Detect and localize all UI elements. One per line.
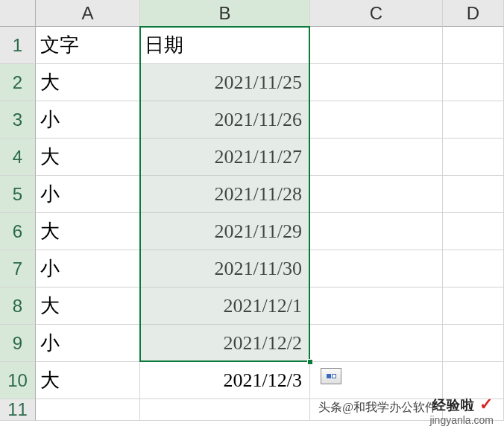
row-header-11[interactable]: 11	[0, 399, 36, 421]
cell-B9[interactable]: 2021/12/2	[140, 325, 310, 362]
watermark-back: 头条@和我学办公软件	[318, 400, 437, 416]
cell-D6[interactable]	[443, 213, 504, 250]
cell-C7[interactable]	[310, 250, 443, 288]
cell-B4[interactable]: 2021/11/27	[140, 139, 310, 176]
cell-C8[interactable]	[310, 288, 443, 325]
row-header-8[interactable]: 8	[0, 288, 36, 325]
row-header-7[interactable]: 7	[0, 250, 36, 288]
cell-D4[interactable]	[443, 139, 504, 176]
cell-D9[interactable]	[443, 325, 504, 362]
cell-A5[interactable]: 小	[36, 176, 140, 213]
row-header-4[interactable]: 4	[0, 139, 36, 176]
cell-C5[interactable]	[310, 176, 443, 213]
corner-select-all[interactable]	[0, 0, 36, 27]
cell-D3[interactable]	[443, 101, 504, 139]
row-header-6[interactable]: 6	[0, 213, 36, 250]
cell-C3[interactable]	[310, 101, 443, 139]
row-header-2[interactable]: 2	[0, 64, 36, 101]
check-icon: ✓	[479, 395, 494, 413]
cell-D7[interactable]	[443, 250, 504, 288]
row-header-3[interactable]: 3	[0, 101, 36, 139]
spreadsheet-grid: A B C D 1 文字 日期 2 大 2021/11/25 3 小 2021/…	[0, 0, 504, 421]
cell-A7[interactable]: 小	[36, 250, 140, 288]
autofill-icon	[327, 374, 336, 378]
row-header-9[interactable]: 9	[0, 325, 36, 362]
cell-D8[interactable]	[443, 288, 504, 325]
cell-D1[interactable]	[443, 27, 504, 64]
cell-B6[interactable]: 2021/11/29	[140, 213, 310, 250]
cell-A2[interactable]: 大	[36, 64, 140, 101]
watermark-title: 经验啦	[432, 398, 475, 413]
cell-B8[interactable]: 2021/12/1	[140, 288, 310, 325]
col-header-C[interactable]: C	[310, 0, 443, 27]
autofill-options-button[interactable]	[321, 368, 341, 384]
cell-B1[interactable]: 日期	[140, 27, 310, 64]
watermark-sub: jingyanla.com	[429, 414, 494, 426]
cell-B7[interactable]: 2021/11/30	[140, 250, 310, 288]
cell-A9[interactable]: 小	[36, 325, 140, 362]
cell-A6[interactable]: 大	[36, 213, 140, 250]
cell-A4[interactable]: 大	[36, 139, 140, 176]
cell-C2[interactable]	[310, 64, 443, 101]
cell-A11[interactable]	[36, 399, 140, 421]
col-header-A[interactable]: A	[36, 0, 140, 27]
cell-A8[interactable]: 大	[36, 288, 140, 325]
fill-handle[interactable]	[307, 359, 313, 365]
col-header-D[interactable]: D	[443, 0, 504, 27]
cell-C6[interactable]	[310, 213, 443, 250]
watermark: 经验啦 ✓ jingyanla.com	[429, 395, 494, 426]
cell-B10[interactable]: 2021/12/3	[140, 362, 310, 399]
cell-D5[interactable]	[443, 176, 504, 213]
cell-B2[interactable]: 2021/11/25	[140, 64, 310, 101]
row-header-1[interactable]: 1	[0, 27, 36, 64]
col-header-B[interactable]: B	[140, 0, 310, 27]
cell-B5[interactable]: 2021/11/28	[140, 176, 310, 213]
cell-D2[interactable]	[443, 64, 504, 101]
cell-C9[interactable]	[310, 325, 443, 362]
cell-C4[interactable]	[310, 139, 443, 176]
cell-C1[interactable]	[310, 27, 443, 64]
cell-A3[interactable]: 小	[36, 101, 140, 139]
cell-D10[interactable]	[443, 362, 504, 399]
cell-B3[interactable]: 2021/11/26	[140, 101, 310, 139]
cell-A1[interactable]: 文字	[36, 27, 140, 64]
cell-B11[interactable]	[140, 399, 310, 421]
cell-A10[interactable]: 大	[36, 362, 140, 399]
row-header-10[interactable]: 10	[0, 362, 36, 399]
row-header-5[interactable]: 5	[0, 176, 36, 213]
